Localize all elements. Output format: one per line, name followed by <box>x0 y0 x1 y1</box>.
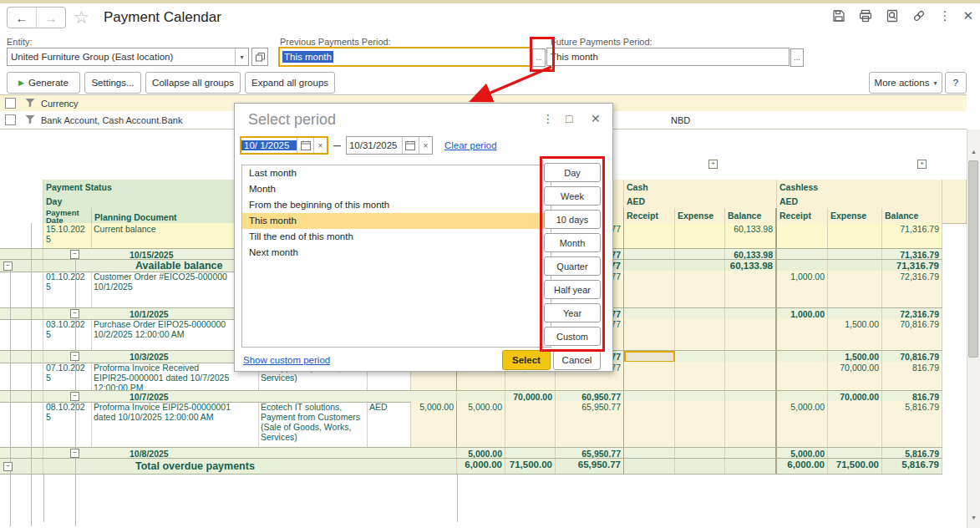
g1-balance-cell[interactable]: 65,950.77 <box>556 459 624 474</box>
period-item[interactable]: Last month <box>242 165 551 181</box>
counterparty-cell[interactable]: Ecotech IT solutions, Payment from Custo… <box>259 401 368 447</box>
cashless-receipt-cell[interactable] <box>777 362 828 390</box>
cash-expense-cell[interactable] <box>675 260 725 272</box>
payment-date-cell[interactable]: 03.10.2025 <box>43 318 92 350</box>
cash-receipt-cell[interactable] <box>624 223 675 248</box>
g1-balance-cell[interactable]: 65,950.77 <box>556 401 624 447</box>
cashless-balance-cell[interactable]: 70,816.79 <box>882 318 942 350</box>
period-item[interactable]: Month <box>242 181 551 197</box>
period-item[interactable]: Till the end of this month <box>242 229 551 245</box>
expand-all-groups-button[interactable]: Expand all groups <box>245 72 335 94</box>
amount-cell[interactable]: 5,000.00 <box>411 401 457 447</box>
dialog-maximize-icon[interactable]: □ <box>566 112 572 125</box>
cash-expense-cell[interactable] <box>675 318 725 350</box>
entity-dropdown-icon[interactable]: ▾ <box>235 48 248 65</box>
back-button[interactable]: ← <box>8 8 37 28</box>
collapse-group-icon[interactable]: − <box>70 352 79 361</box>
cashless-expense-cell[interactable]: 71,500.00 <box>828 459 882 474</box>
show-custom-period-link[interactable]: Show custom period <box>243 355 330 365</box>
cash-balance-cell[interactable] <box>725 362 777 390</box>
currency-cell[interactable]: AED <box>368 401 411 447</box>
payment-date-cell[interactable]: 07.10.2025 <box>43 362 92 390</box>
print-preview-icon[interactable] <box>885 8 900 23</box>
current-cell-cursor[interactable] <box>624 351 675 363</box>
dialog-close-icon[interactable]: ✕ <box>591 112 601 125</box>
calendar-icon[interactable] <box>297 138 313 153</box>
expand-group-icon[interactable]: + <box>708 160 718 169</box>
save-icon[interactable] <box>831 8 846 23</box>
cashless-expense-cell[interactable] <box>828 401 882 447</box>
collapse-group-icon[interactable]: − <box>70 449 79 458</box>
cash-receipt-cell[interactable] <box>624 318 675 350</box>
clear-date-icon[interactable]: × <box>313 138 327 153</box>
scrollbar-thumb[interactable] <box>968 160 978 358</box>
cashless-expense-cell[interactable] <box>828 260 882 272</box>
cash-receipt-cell[interactable] <box>624 271 675 307</box>
collapse-group-icon[interactable]: − <box>70 309 79 318</box>
bank-account-checkbox[interactable] <box>5 114 16 125</box>
cash-receipt-cell[interactable] <box>624 362 675 390</box>
g1-expense-cell[interactable] <box>505 401 556 447</box>
select-button[interactable]: Select <box>502 350 551 370</box>
period-item[interactable]: From the beginning of this month <box>242 197 551 213</box>
favorite-star-icon[interactable]: ☆ <box>74 8 89 28</box>
cash-expense-cell[interactable] <box>675 459 725 474</box>
cash-balance-cell[interactable] <box>725 351 777 363</box>
cash-expense-cell[interactable] <box>675 401 725 447</box>
cash-receipt-cell[interactable] <box>624 260 675 272</box>
cash-balance-cell[interactable]: 60,133.98 <box>725 260 777 272</box>
date-to-input[interactable]: 10/31/2025 × <box>346 136 433 155</box>
cashless-balance-cell[interactable]: 72,316.79 <box>882 271 942 307</box>
collapse-group-icon[interactable]: − <box>70 392 79 401</box>
get-link-icon[interactable] <box>911 8 927 23</box>
more-actions-button[interactable]: More actions ▾ <box>869 72 942 94</box>
clear-period-link[interactable]: Clear period <box>444 140 497 150</box>
cash-balance-cell[interactable] <box>725 271 777 307</box>
cash-balance-cell[interactable]: 60,133.98 <box>725 223 777 248</box>
date-from-input[interactable]: 10/ 1/2025 × <box>241 138 327 153</box>
cashless-receipt-cell[interactable]: 6,000.00 <box>777 459 828 474</box>
cashless-receipt-cell[interactable] <box>777 351 828 363</box>
payment-date-cell[interactable]: 01.10.2025 <box>43 271 92 307</box>
cashless-balance-cell[interactable]: 71,316.79 <box>882 260 942 272</box>
dialog-more-icon[interactable]: ⋮ <box>542 112 554 125</box>
g1-receipt-cell[interactable]: 5,000.00 <box>457 401 505 447</box>
collapse-group-icon[interactable]: − <box>70 250 79 259</box>
help-button[interactable]: ? <box>945 72 967 94</box>
calendar-icon[interactable] <box>402 137 419 154</box>
forward-button[interactable]: → <box>37 8 65 28</box>
cashless-balance-cell[interactable]: 71,316.79 <box>882 223 942 248</box>
cash-balance-cell[interactable] <box>725 318 777 350</box>
cashless-receipt-cell[interactable]: 1,000.00 <box>777 271 828 307</box>
total-label[interactable]: Total overdue payments <box>43 459 457 474</box>
collapse-section-icon[interactable]: − <box>3 261 13 271</box>
expand-group-icon[interactable]: + <box>917 160 927 169</box>
period-item[interactable]: Next month <box>242 245 551 261</box>
planning-document-cell[interactable]: Proforma Invoice EIPI25-00000001 dated 1… <box>92 401 259 447</box>
cashless-expense-cell[interactable] <box>828 223 882 248</box>
cashless-receipt-cell[interactable] <box>777 318 828 350</box>
entity-input[interactable]: United Furniture Group (East location) ▾ <box>7 48 249 66</box>
cashless-balance-cell[interactable]: 5,816.79 <box>882 401 942 447</box>
close-form-icon[interactable]: ✕ <box>962 8 973 23</box>
titlebar-more-icon[interactable]: ⋮ <box>938 8 951 23</box>
cashless-balance-cell[interactable]: 70,816.79 <box>882 351 942 363</box>
cash-receipt-cell[interactable] <box>624 459 675 474</box>
cashless-receipt-cell[interactable]: 5,000.00 <box>777 401 828 447</box>
cancel-button[interactable]: Cancel <box>553 350 601 370</box>
future-period-input[interactable]: This month <box>546 48 790 66</box>
g1-expense-cell[interactable]: 71,500.00 <box>505 459 556 474</box>
print-icon[interactable] <box>858 8 873 23</box>
collapse-section-icon[interactable]: − <box>3 462 13 471</box>
cash-expense-cell[interactable] <box>675 362 725 390</box>
g1-receipt-cell[interactable]: 6,000.00 <box>457 459 505 474</box>
cashless-expense-cell[interactable]: 70,000.00 <box>828 362 882 390</box>
cash-expense-cell[interactable] <box>675 223 725 248</box>
cashless-expense-cell[interactable]: 1,500.00 <box>828 351 882 363</box>
scroll-down-icon[interactable]: ▼ <box>970 515 977 520</box>
cashless-expense-cell[interactable] <box>828 271 882 307</box>
payment-date-cell[interactable]: 15.10.2025 <box>43 223 92 248</box>
entity-open-button[interactable] <box>251 48 268 66</box>
cash-balance-cell[interactable] <box>725 401 777 447</box>
cashless-balance-cell[interactable]: 816.79 <box>882 362 942 390</box>
